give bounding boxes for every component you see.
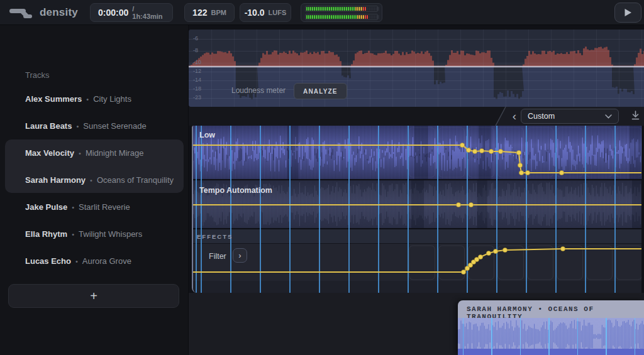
bullet-icon: • — [90, 177, 92, 184]
db-tick-label: -14 — [193, 77, 201, 83]
app-logo: density — [9, 5, 78, 20]
time-current: 0:00:00 — [98, 8, 128, 18]
track-artist: Laura Beats — [25, 121, 72, 131]
track-song: Twilight Whispers — [79, 229, 142, 239]
db-tick-label: -18 — [193, 85, 201, 92]
chevron-right-icon: › — [238, 251, 241, 260]
play-button[interactable] — [614, 3, 641, 23]
track-list-item[interactable]: Lucas Echo•Aurora Grove — [0, 248, 188, 275]
track-song: Oceans of Tranquility — [97, 175, 174, 185]
track-list: Alex Summers•City LightsLaura Beats•Suns… — [0, 85, 188, 275]
preset-value: Custom — [528, 112, 555, 121]
track-song: Sunset Serenade — [83, 121, 146, 131]
lufs-value: -10.0 — [245, 8, 265, 18]
db-tick-label: -6 — [193, 35, 198, 41]
topbar: density 0:00:00 / 1h:43min 122 BPM -10.0… — [0, 0, 644, 25]
loudness-graph — [189, 30, 644, 107]
time-total: / 1h:43min — [132, 5, 165, 20]
deck-title: SARAH HARMONY • OCEANS OF TRANQUILITY — [458, 300, 644, 318]
bpm-unit: BPM — [211, 9, 226, 16]
preset-select[interactable]: Custom — [521, 109, 619, 124]
filter-expand-button[interactable]: › — [233, 248, 247, 263]
chevron-left-button[interactable]: ‹ — [508, 107, 521, 125]
add-track-button[interactable]: + — [8, 284, 179, 308]
db-tick-label: -23 — [193, 94, 201, 101]
play-icon — [624, 8, 632, 17]
track-list-item[interactable]: Alex Summers•City Lights — [0, 85, 188, 112]
track-list-item[interactable]: Sarah Harmony•Oceans of Tranquility — [0, 167, 188, 194]
db-tick-label: -12 — [193, 68, 201, 74]
deck-waveform[interactable] — [458, 318, 644, 355]
bullet-icon: • — [72, 204, 74, 211]
track-song: Midnight Mirage — [86, 148, 144, 158]
chevron-down-icon — [605, 114, 612, 119]
time-display: 0:00:00 / 1h:43min — [90, 3, 173, 22]
level-meter — [301, 3, 382, 22]
track-artist: Sarah Harmony — [25, 175, 86, 185]
track-artist: Ella Rhytm — [25, 229, 67, 239]
lufs-unit: LUFS — [269, 9, 287, 16]
track-list-item[interactable]: Laura Beats•Sunset Serenade — [0, 112, 188, 139]
track-label-tempo: Tempo Automatiom — [199, 186, 272, 195]
app-title: density — [40, 6, 78, 19]
sidebar-title: Tracks — [25, 70, 50, 80]
bullet-icon: • — [76, 123, 79, 130]
analyze-button[interactable]: ANALYZE — [294, 83, 347, 99]
density-logo-icon — [9, 5, 34, 20]
app-window: density 0:00:00 / 1h:43min 122 BPM -10.0… — [0, 0, 644, 355]
deck-beat-grid — [458, 318, 644, 355]
effects-header-label: EFFECTS — [197, 233, 233, 240]
track-artist: Lucas Echo — [25, 256, 71, 266]
track-list-item[interactable]: Ella Rhytm•Twilight Whispers — [0, 221, 188, 248]
bullet-icon: • — [79, 150, 81, 157]
bullet-icon: • — [72, 231, 74, 238]
bullet-icon: • — [86, 96, 89, 103]
chevron-left-icon: ‹ — [513, 109, 516, 123]
db-tick-label: -10 — [193, 59, 201, 65]
track-list-item[interactable]: Max Velocity•Midnight Mirage — [0, 139, 188, 167]
bullet-icon: • — [75, 258, 78, 265]
tracks-editor: Low Tempo Automatiom EFFECTS Filter › — [192, 126, 641, 293]
track-artist: Jake Pulse — [25, 202, 67, 212]
track-song: City Lights — [93, 94, 131, 104]
now-playing-deck: SARAH HARMONY • OCEANS OF TRANQUILITY — [458, 300, 644, 355]
sidebar: Tracks Alex Summers•City LightsLaura Bea… — [0, 25, 189, 355]
bpm-value: 122 — [192, 8, 207, 18]
plus-icon: + — [90, 289, 97, 303]
lufs-display: -10.0 LUFS — [240, 3, 291, 22]
loudness-meter-panel: -6-8-10-12-14-18-23 Loudness meter ANALY… — [189, 30, 644, 107]
filter-label: Filter — [209, 249, 226, 263]
track-list-item[interactable]: Jake Pulse•Starlit Reverie — [0, 194, 188, 221]
db-tick-label: -8 — [193, 47, 198, 53]
track-label-low: Low — [199, 131, 215, 139]
loudness-meter-label: Loudness meter — [231, 86, 286, 95]
track-artist: Max Velocity — [25, 148, 74, 158]
track-song: Starlit Reverie — [79, 202, 130, 212]
preset-toolbar: ‹ Custom — [189, 107, 644, 126]
track-song: Aurora Grove — [82, 256, 131, 266]
download-icon — [631, 111, 640, 120]
automation-overlay[interactable] — [193, 126, 641, 293]
meter-bar — [305, 6, 378, 12]
bpm-display: 122 BPM — [184, 3, 235, 22]
meter-bar — [305, 14, 378, 20]
download-button[interactable] — [628, 109, 643, 124]
track-artist: Alex Summers — [25, 94, 82, 104]
